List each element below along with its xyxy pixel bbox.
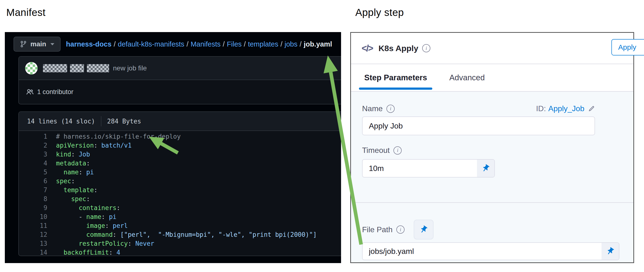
code-line: 14 backoffLimit: 4 — [19, 248, 341, 256]
line-number[interactable]: 9 — [19, 204, 56, 213]
code-text: # harness.io/skip-file-for-deploy — [56, 132, 181, 141]
line-number[interactable]: 2 — [19, 141, 56, 150]
file-path-input-group — [362, 242, 620, 260]
apply-changes-button[interactable]: Apply — [612, 39, 644, 55]
branch-name: main — [30, 40, 46, 48]
name-label-row: Name i ID: Apply_Job — [362, 104, 595, 113]
line-number[interactable]: 11 — [19, 221, 56, 230]
info-icon[interactable]: i — [422, 44, 430, 52]
code-line: 8 spec: — [19, 195, 341, 204]
manifest-title: Manifest — [6, 7, 46, 18]
file-size: 284 Bytes — [107, 118, 141, 125]
github-topbar: main harness-docs/default-k8s-manifests/… — [5, 32, 341, 56]
avatar[interactable] — [25, 62, 38, 74]
code-text: metadata: — [56, 159, 90, 168]
divider — [101, 116, 102, 126]
section-divider — [355, 202, 634, 203]
line-number[interactable]: 12 — [19, 230, 56, 239]
code-text: containers: — [56, 204, 120, 213]
code-line: 1# harness.io/skip-file-for-deploy — [19, 132, 341, 141]
code-line: 7 template: — [19, 186, 341, 195]
code-text: template: — [56, 186, 98, 195]
code-line: 11 image: perl — [19, 221, 341, 230]
breadcrumb-item: job.yaml — [304, 40, 332, 48]
code-line: 6spec: — [19, 177, 341, 186]
step-header: </> K8s Apply i — [351, 33, 634, 64]
file-stats-bar: 14 lines (14 sloc) 284 Bytes — [19, 112, 341, 131]
line-number[interactable]: 7 — [19, 186, 56, 195]
breadcrumb-item[interactable]: jobs — [284, 40, 298, 48]
file-path-input[interactable] — [362, 243, 602, 260]
line-number[interactable]: 8 — [19, 195, 56, 204]
code-text: kind: Job — [56, 150, 90, 159]
timeout-input[interactable] — [362, 160, 477, 177]
line-number[interactable]: 1 — [19, 132, 56, 141]
code-line: 9 containers: — [19, 204, 341, 213]
code-line: 13 restartPolicy: Never — [19, 239, 341, 248]
breadcrumb-separator: / — [112, 40, 118, 48]
pin-icon[interactable] — [602, 243, 619, 260]
code-box: 14 lines (14 sloc) 284 Bytes 1# harness.… — [18, 111, 341, 256]
code-line: 10 - name: pi — [19, 213, 341, 221]
code-line: 2apiVersion: batch/v1 — [19, 141, 341, 150]
line-number[interactable]: 13 — [19, 239, 56, 248]
step-title: K8s Apply — [378, 44, 418, 53]
code-line: 12 command: ["perl", "-Mbignum=bpi", "-w… — [19, 230, 341, 239]
line-count: 14 lines (14 sloc) — [27, 118, 95, 125]
step-id-link[interactable]: Apply_Job — [548, 104, 584, 113]
code-line: 3kind: Job — [19, 150, 341, 159]
commit-message[interactable]: new job file — [113, 64, 147, 72]
chevron-down-icon — [50, 43, 54, 45]
breadcrumb-separator: / — [184, 40, 191, 48]
step-parameters-form: Name i ID: Apply_Job Timeout i — [351, 92, 634, 262]
code-text: apiVersion: batch/v1 — [56, 141, 132, 150]
info-icon[interactable]: i — [394, 146, 402, 155]
breadcrumb-separator: / — [242, 40, 248, 48]
info-icon[interactable]: i — [386, 105, 395, 113]
code-body: 1# harness.io/skip-file-for-deploy2apiVe… — [19, 131, 341, 256]
code-text: spec: — [56, 195, 90, 204]
breadcrumb-item[interactable]: default-k8s-manifests — [118, 40, 184, 48]
pin-button[interactable] — [414, 220, 434, 240]
commit-box: new job file 1 contributor — [18, 56, 341, 104]
line-number[interactable]: 5 — [19, 168, 56, 177]
breadcrumb-item[interactable]: Files — [227, 40, 242, 48]
tab-bar: Step Parameters Advanced — [351, 64, 634, 92]
tab-advanced[interactable]: Advanced — [449, 73, 485, 82]
code-text: - name: pi — [56, 213, 116, 221]
breadcrumb-separator: / — [220, 40, 227, 48]
line-number[interactable]: 6 — [19, 177, 56, 186]
code-line: 5 name: pi — [19, 168, 341, 177]
apply-step-title: Apply step — [355, 7, 404, 18]
info-icon[interactable]: i — [396, 226, 404, 234]
name-label: Name i — [362, 104, 395, 113]
code-text: image: perl — [56, 221, 128, 230]
line-number[interactable]: 4 — [19, 159, 56, 168]
breadcrumb-item[interactable]: harness-docs — [66, 40, 112, 48]
k8s-apply-step-panel: </> K8s Apply i Step Parameters Advanced… — [350, 32, 634, 263]
timeout-input-group — [362, 159, 495, 178]
edit-pencil-icon[interactable] — [588, 105, 595, 112]
code-text: restartPolicy: Never — [56, 239, 154, 248]
tab-step-parameters[interactable]: Step Parameters — [364, 73, 427, 82]
active-tab-underline — [359, 87, 432, 90]
pin-icon[interactable] — [477, 160, 494, 177]
github-file-viewer: main harness-docs/default-k8s-manifests/… — [5, 32, 341, 263]
git-branch-icon — [20, 40, 27, 48]
breadcrumb-item[interactable]: Manifests — [191, 40, 220, 48]
file-path-label-row: File Path i — [362, 220, 634, 240]
code-line: 4metadata: — [19, 159, 341, 168]
code-text: command: ["perl", "-Mbignum=bpi", "-wle"… — [56, 230, 317, 239]
code-text: backoffLimit: 4 — [56, 248, 120, 256]
name-input[interactable] — [362, 116, 595, 135]
breadcrumb-item[interactable]: templates — [248, 40, 278, 48]
breadcrumb: harness-docs/default-k8s-manifests/Manif… — [66, 40, 332, 48]
id-label: ID: — [536, 104, 546, 113]
contributors-row[interactable]: 1 contributor — [19, 80, 341, 104]
line-number[interactable]: 3 — [19, 150, 56, 159]
timeout-label: Timeout i — [362, 146, 634, 155]
line-number[interactable]: 14 — [19, 248, 56, 256]
code-text: spec: — [56, 177, 75, 186]
line-number[interactable]: 10 — [19, 213, 56, 221]
branch-selector[interactable]: main — [14, 37, 60, 52]
